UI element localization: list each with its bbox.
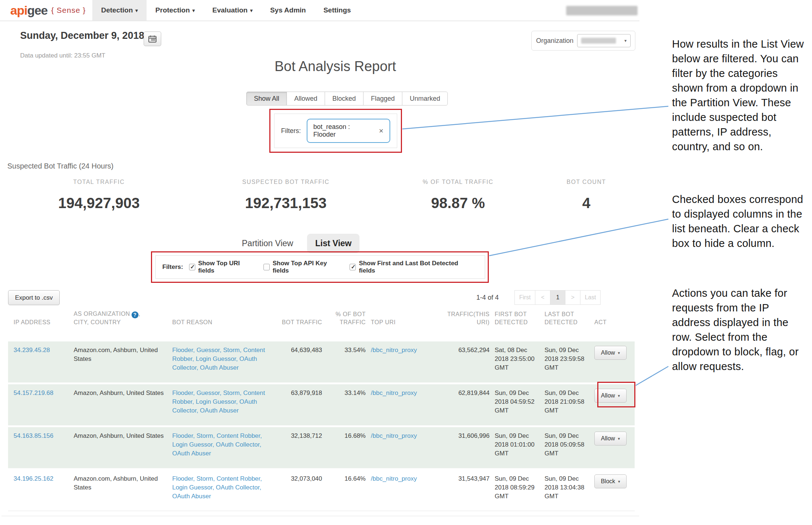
caret-down-icon: ▾: [618, 479, 620, 484]
caret-down-icon: ▾: [618, 436, 620, 441]
tab-blocked[interactable]: Blocked: [325, 92, 363, 106]
first-detected-cell: Sun, 09 Dec 2018 08:59:29 GMT: [495, 474, 539, 500]
pct-cell: 16.64%: [327, 474, 366, 483]
nav-item-sys-admin[interactable]: Sys Admin: [261, 0, 315, 21]
action-dropdown[interactable]: Block ▾: [594, 474, 627, 488]
action-dropdown[interactable]: Allow ▾: [594, 432, 627, 445]
pagination-range: 1-4 of 4: [476, 294, 499, 302]
last-detected-cell: Sun, 09 Dec 2018 21:09:58 GMT: [545, 389, 589, 415]
col-pct-bot-traffic: % OF BOT TRAFFIC: [327, 310, 366, 327]
ip-link[interactable]: 54.157.219.68: [14, 389, 69, 398]
nav-item-detection[interactable]: Detection ▾: [92, 0, 147, 21]
pct-cell: 33.14%: [327, 389, 366, 398]
top-uri-link[interactable]: /bbc_nitro_proxy: [371, 389, 431, 398]
view-switch: Partition View List View: [242, 234, 359, 253]
checkbox-show-top-uri[interactable]: Show Top URI fields: [189, 260, 254, 274]
calendar-button[interactable]: [144, 32, 161, 46]
stat-value: 4: [542, 195, 630, 211]
tab-show-all[interactable]: Show All: [246, 92, 287, 106]
table-body: 34.239.45.28 Amazon.com, Ashburn, United…: [8, 341, 635, 511]
bot-analysis-page: apigee { Sense } Detection ▾ Protection …: [0, 0, 812, 525]
caret-down-icon: ▾: [136, 8, 138, 13]
pagination-prev-button[interactable]: <: [535, 290, 550, 305]
last-detected-cell: Sun, 09 Dec 2018 13:04:38 GMT: [545, 474, 589, 500]
organization-value-redacted: [581, 38, 616, 44]
report-date: Sunday, December 9, 2018: [20, 30, 144, 41]
action-dropdown[interactable]: Allow ▾: [594, 346, 627, 360]
pagination: First < 1 > Last: [515, 290, 601, 305]
bot-reason-links[interactable]: Flooder, Storm, Content Robber, Login Gu…: [172, 432, 267, 458]
export-csv-button[interactable]: Export to .csv: [8, 290, 60, 305]
col-last-bot-detected: LAST BOT DETECTED: [545, 310, 589, 327]
column-filters-panel: Filters: Show Top URI fields Show Top AP…: [155, 255, 485, 279]
org-cell: Amazon, Ashburn, United States: [74, 389, 167, 398]
logo-api: api: [10, 3, 27, 18]
pagination-page-1-button[interactable]: 1: [550, 290, 565, 305]
pagination-first-button[interactable]: First: [514, 290, 535, 305]
bot-reason-links[interactable]: Flooder, Guessor, Storm, Content Robber,…: [172, 346, 267, 372]
top-uri-link[interactable]: /bbc_nitro_proxy: [371, 346, 431, 355]
org-cell: Amazon.com, Ashburn, United States: [74, 474, 167, 492]
ip-link[interactable]: 34.196.25.162: [14, 474, 69, 483]
stat-suspected-bot-traffic: SUSPECTED BOT TRAFFIC 192,731,153: [220, 179, 352, 211]
filter-chip-bot-reason[interactable]: bot_reason : Flooder ✕: [307, 119, 390, 143]
caret-down-icon: ▾: [192, 8, 195, 13]
table-row: 54.157.219.68 Amazon, Ashburn, United St…: [8, 384, 635, 425]
traffic-uri-cell: 62,819,844: [436, 389, 490, 398]
tab-unmarked[interactable]: Unmarked: [402, 92, 448, 106]
table-row: 54.163.85.156 Amazon, Ashburn, United St…: [8, 427, 635, 468]
page-title: Bot Analysis Report: [242, 59, 429, 74]
logo-sense: { Sense }: [51, 6, 86, 15]
col-ip-address: IP ADDRESS: [14, 318, 69, 326]
col-first-bot-detected: FIRST BOT DETECTED: [495, 310, 539, 327]
tab-flagged[interactable]: Flagged: [363, 92, 402, 106]
organization-panel: Organization ▾: [531, 31, 635, 51]
stat-value: 98.87 %: [396, 195, 520, 211]
first-detected-cell: Sun, 09 Dec 2018 04:59:52 GMT: [495, 389, 539, 415]
checkbox-icon[interactable]: [189, 264, 195, 270]
tab-allowed[interactable]: Allowed: [287, 92, 325, 106]
col-bot-reason: BOT REASON: [172, 318, 267, 326]
checkbox-show-first-last-detected[interactable]: Show First and Last Bot Detected fields: [350, 260, 469, 274]
tab-partition-view[interactable]: Partition View: [242, 239, 293, 248]
help-icon[interactable]: ?: [132, 311, 139, 318]
tab-list-view[interactable]: List View: [307, 234, 359, 253]
table-header: IP ADDRESS AS ORGANIZATION?, CITY, COUNT…: [8, 310, 635, 330]
bot-reason-links[interactable]: Flooder, Storm, Content Robber, Login Gu…: [172, 474, 267, 500]
caret-down-icon: ▾: [624, 38, 627, 43]
nav-item-settings[interactable]: Settings: [315, 0, 360, 21]
bot-traffic-cell: 64,639,483: [273, 346, 322, 355]
ip-link[interactable]: 34.239.45.28: [14, 346, 69, 355]
ip-link[interactable]: 54.163.85.156: [14, 432, 69, 440]
nav-item-evaluation[interactable]: Evaluation ▾: [204, 0, 262, 21]
filters-label: Filters:: [281, 127, 301, 135]
apigee-logo[interactable]: apigee { Sense }: [0, 0, 92, 21]
nav-item-protection[interactable]: Protection ▾: [147, 0, 203, 21]
logo-gee: gee: [27, 3, 48, 18]
caret-down-icon: ▾: [250, 8, 253, 13]
traffic-uri-cell: 63,562,294: [436, 346, 490, 355]
bot-reason-links[interactable]: Flooder, Guessor, Storm, Content Robber,…: [172, 389, 267, 415]
organization-select[interactable]: ▾: [577, 34, 631, 47]
last-detected-cell: Sun, 09 Dec 2018 05:09:58 GMT: [545, 432, 589, 458]
annotation-filtering: How results in the List View below are f…: [672, 37, 806, 154]
col-top-uri: TOP URI: [371, 318, 431, 326]
top-uri-link[interactable]: /bbc_nitro_proxy: [371, 474, 431, 483]
stat-bot-count: BOT COUNT 4: [542, 179, 630, 211]
pagination-next-button[interactable]: >: [565, 290, 580, 305]
action-dropdown[interactable]: Allow ▾: [594, 389, 627, 403]
annotation-checkboxes: Checked boxes correspond to displayed co…: [672, 192, 808, 251]
checkbox-show-top-api-key[interactable]: Show Top API Key fields: [263, 260, 340, 274]
pct-cell: 33.54%: [327, 346, 366, 355]
first-detected-cell: Sun, 09 Dec 2018 01:01:00 GMT: [495, 432, 539, 458]
top-uri-link[interactable]: /bbc_nitro_proxy: [371, 432, 431, 440]
close-icon[interactable]: ✕: [379, 127, 384, 134]
checkbox-icon[interactable]: [350, 264, 356, 270]
stat-value: 192,731,153: [220, 195, 352, 211]
stats-section-label: Suspected Bot Traffic (24 Hours): [7, 162, 114, 170]
org-cell: Amazon, Ashburn, United States: [74, 432, 167, 440]
pagination-last-button[interactable]: Last: [580, 290, 601, 305]
bot-traffic-cell: 63,879,918: [273, 389, 322, 398]
col-traffic-this-uri: TRAFFIC(THIS URI): [436, 310, 490, 327]
checkbox-icon[interactable]: [263, 264, 270, 270]
